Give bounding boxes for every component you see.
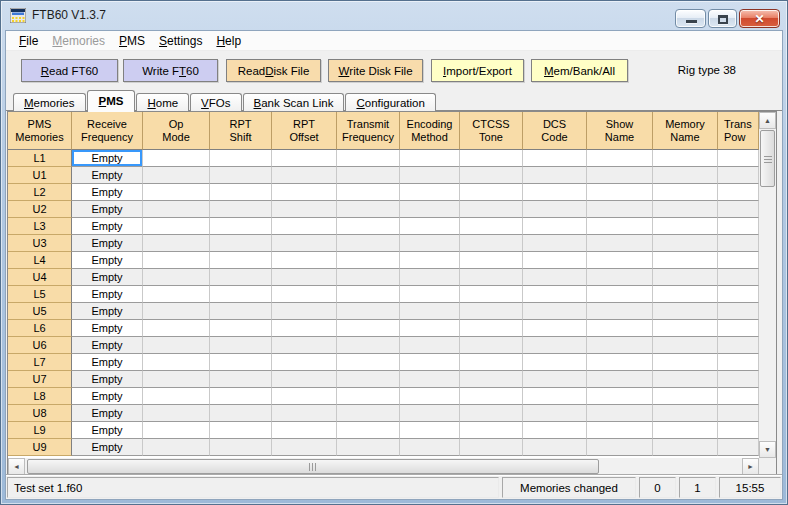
grid-cell[interactable] [460, 235, 523, 252]
grid-cell[interactable] [587, 422, 653, 439]
grid-cell[interactable] [523, 184, 587, 201]
grid-cell[interactable] [718, 184, 759, 201]
grid-cell[interactable] [523, 286, 587, 303]
grid-cell[interactable]: Empty [72, 337, 143, 354]
grid-cell[interactable] [653, 167, 718, 184]
grid-cell[interactable] [337, 201, 400, 218]
grid-cell[interactable] [143, 439, 210, 456]
grid-cell[interactable] [210, 303, 272, 320]
grid-cell[interactable] [587, 184, 653, 201]
grid-cell[interactable] [460, 371, 523, 388]
grid-cell[interactable] [337, 150, 400, 167]
grid-cell[interactable] [143, 269, 210, 286]
grid-cell[interactable] [718, 303, 759, 320]
import-export-button[interactable]: Import/Export [431, 59, 524, 82]
grid-cell[interactable] [210, 252, 272, 269]
grid-cell[interactable] [460, 184, 523, 201]
grid-cell[interactable]: Empty [72, 184, 143, 201]
tab-home[interactable]: Home [136, 93, 189, 111]
grid-cell[interactable] [653, 269, 718, 286]
grid-cell[interactable] [523, 371, 587, 388]
grid-cell[interactable] [460, 320, 523, 337]
grid-cell[interactable] [523, 303, 587, 320]
grid-cell[interactable] [653, 201, 718, 218]
grid-cell[interactable] [210, 337, 272, 354]
row-header-l9[interactable]: L9 [8, 422, 72, 439]
scroll-up-button[interactable]: ▲ [759, 112, 776, 129]
row-header-u3[interactable]: U3 [8, 235, 72, 252]
grid-cell[interactable] [337, 337, 400, 354]
grid-cell[interactable] [210, 439, 272, 456]
grid-cell[interactable] [718, 422, 759, 439]
grid-cell[interactable]: Empty [72, 303, 143, 320]
grid-cell[interactable] [587, 354, 653, 371]
grid-cell[interactable]: Empty [72, 286, 143, 303]
grid-cell[interactable] [523, 388, 587, 405]
grid-cell[interactable] [653, 218, 718, 235]
grid-cell[interactable] [143, 252, 210, 269]
grid-cell[interactable] [523, 354, 587, 371]
selected-cell[interactable]: Empty [72, 150, 143, 167]
row-header-u4[interactable]: U4 [8, 269, 72, 286]
grid-cell[interactable] [210, 167, 272, 184]
scrollbar-thumb-vertical[interactable] [760, 130, 775, 187]
grid-cell[interactable] [272, 303, 337, 320]
grid-cell[interactable] [587, 286, 653, 303]
grid-cell[interactable] [460, 388, 523, 405]
grid-cell[interactable] [653, 252, 718, 269]
scroll-down-button[interactable]: ▼ [759, 441, 776, 458]
row-header-l6[interactable]: L6 [8, 320, 72, 337]
grid-cell[interactable]: Empty [72, 388, 143, 405]
grid-cell[interactable] [653, 388, 718, 405]
grid-cell[interactable] [587, 439, 653, 456]
row-header-l5[interactable]: L5 [8, 286, 72, 303]
grid-cell[interactable] [210, 201, 272, 218]
grid-cell[interactable] [523, 269, 587, 286]
grid-cell[interactable] [587, 167, 653, 184]
grid-cell[interactable] [460, 252, 523, 269]
grid-cell[interactable] [653, 320, 718, 337]
grid-cell[interactable] [718, 269, 759, 286]
grid-cell[interactable] [272, 218, 337, 235]
grid-cell[interactable] [587, 371, 653, 388]
grid-cell[interactable] [143, 320, 210, 337]
grid-cell[interactable] [718, 439, 759, 456]
grid-cell[interactable] [337, 269, 400, 286]
grid-cell[interactable] [460, 269, 523, 286]
row-header-u1[interactable]: U1 [8, 167, 72, 184]
grid-cell[interactable] [143, 218, 210, 235]
grid-cell[interactable] [337, 354, 400, 371]
grid-cell[interactable] [460, 167, 523, 184]
grid-cell[interactable] [653, 422, 718, 439]
grid-cell[interactable] [460, 405, 523, 422]
grid-cell[interactable] [523, 167, 587, 184]
grid-cell[interactable] [523, 150, 587, 167]
grid-cell[interactable] [718, 167, 759, 184]
grid-cell[interactable] [143, 150, 210, 167]
read-disk-file-button[interactable]: Read Disk File [226, 59, 321, 82]
maximize-button[interactable] [708, 9, 737, 28]
grid-cell[interactable]: Empty [72, 405, 143, 422]
grid-cell[interactable] [587, 405, 653, 422]
grid-cell[interactable]: Empty [72, 218, 143, 235]
scroll-right-button[interactable]: ► [742, 458, 759, 475]
grid-cell[interactable] [653, 150, 718, 167]
grid-cell[interactable]: Empty [72, 439, 143, 456]
minimize-button[interactable] [675, 9, 706, 28]
grid-cell[interactable] [400, 150, 460, 167]
grid-cell[interactable] [210, 388, 272, 405]
grid-cell[interactable] [460, 150, 523, 167]
tab-memories[interactable]: Memories [13, 93, 86, 111]
scrollbar-thumb-horizontal[interactable] [27, 459, 599, 474]
grid-cell[interactable] [400, 286, 460, 303]
grid-cell[interactable] [400, 320, 460, 337]
grid-cell[interactable] [337, 320, 400, 337]
grid-cell[interactable] [460, 354, 523, 371]
grid-cell[interactable] [143, 167, 210, 184]
grid-cell[interactable] [272, 150, 337, 167]
grid-cell[interactable] [337, 252, 400, 269]
grid-cell[interactable] [587, 201, 653, 218]
grid-cell[interactable]: Empty [72, 422, 143, 439]
grid-cell[interactable] [337, 235, 400, 252]
grid-cell[interactable] [718, 371, 759, 388]
